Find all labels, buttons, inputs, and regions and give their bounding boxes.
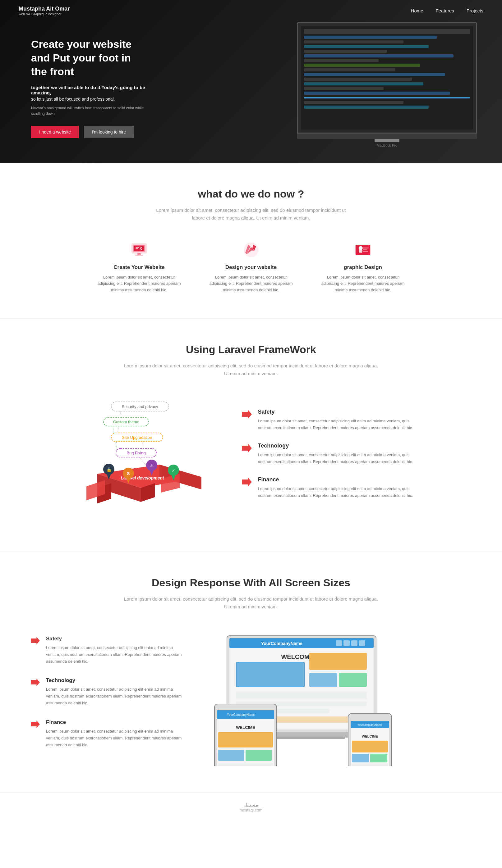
what-title: what do we do now ? bbox=[31, 188, 471, 200]
safety-text: Safety Lorem ipsum dolor sit amet, conse… bbox=[258, 409, 416, 431]
btn-looking-hire[interactable]: I'm looking to hire bbox=[84, 126, 134, 138]
finance-title: Finance bbox=[258, 476, 416, 483]
design-safety: Safety Lorem ipsum dolor sit amet, conse… bbox=[31, 636, 187, 665]
laptop-label: MacBook Pro bbox=[297, 144, 477, 147]
devices-svg: YourCompanyName WELCOM bbox=[211, 630, 404, 766]
device-mockups: YourCompanyName WELCOM bbox=[211, 630, 471, 767]
feature-safety: Safety Lorem ipsum dolor sit amet, conse… bbox=[242, 409, 416, 431]
card-create-website: Create Your Website Lorem ipsum dolor si… bbox=[96, 241, 183, 293]
svg-rect-81 bbox=[245, 750, 272, 761]
nav-links: Home Features Projects bbox=[411, 8, 483, 13]
svg-rect-68 bbox=[236, 692, 367, 699]
svg-rect-66 bbox=[309, 673, 337, 687]
tools-icon bbox=[242, 241, 260, 259]
svg-text:Security and privacy: Security and privacy bbox=[122, 404, 158, 409]
design-section: Design Response With All Screen Sizes Lo… bbox=[0, 552, 502, 792]
svg-text:WELCIME: WELCIME bbox=[236, 725, 255, 730]
brand-name: Mustapha Ait Omar bbox=[19, 6, 70, 12]
nav-features[interactable]: Features bbox=[436, 8, 454, 13]
svg-rect-15 bbox=[363, 251, 368, 252]
svg-rect-63 bbox=[236, 662, 305, 687]
navbar: Mustapha Ait Omar web && Graphique desig… bbox=[0, 0, 502, 21]
design-technology-text: Technology Lorem ipsum dolor sit amet, c… bbox=[46, 677, 187, 706]
svg-rect-92 bbox=[370, 754, 387, 762]
what-section: what do we do now ? Lorem ipsum dolor si… bbox=[0, 163, 502, 318]
design-technology-arrow bbox=[31, 678, 40, 706]
footer-domain: mostaqi.com bbox=[240, 808, 263, 813]
svg-marker-52 bbox=[31, 679, 40, 686]
design-finance-text: Finance Lorem ipsum dolor sit amet, cons… bbox=[46, 719, 187, 748]
safety-desc: Lorem ipsum dolor sit amet, consectetur … bbox=[258, 418, 416, 431]
technology-text: Technology Lorem ipsum dolor sit amet, c… bbox=[258, 443, 416, 465]
infographic-svg: Security and privacy Custom theme Site U… bbox=[87, 396, 211, 514]
footer-arabic: مستقل bbox=[240, 802, 263, 808]
svg-line-27 bbox=[139, 457, 147, 466]
svg-rect-60 bbox=[351, 640, 358, 646]
brand: Mustapha Ait Omar web && Graphique desig… bbox=[19, 6, 70, 16]
cards-row: Create Your Website Lorem ipsum dolor si… bbox=[31, 241, 471, 293]
hero-sub1: together we will be able to do it.Today'… bbox=[31, 85, 149, 95]
design-features-list: Safety Lorem ipsum dolor sit amet, conse… bbox=[31, 630, 187, 761]
design-technology-desc: Lorem ipsum dolor sit amet, consectetur … bbox=[46, 686, 187, 706]
svg-rect-90 bbox=[352, 741, 388, 753]
svg-point-11 bbox=[359, 246, 363, 250]
svg-rect-61 bbox=[359, 640, 365, 646]
monitor-icon bbox=[130, 241, 149, 259]
card-design-website: Design your website Lorem ipsum dolor si… bbox=[208, 241, 295, 293]
svg-text:YourCompanyName: YourCompanyName bbox=[261, 641, 302, 646]
laravel-infographic: Security and privacy Custom theme Site U… bbox=[87, 396, 217, 527]
btn-need-website[interactable]: I need a website bbox=[31, 126, 79, 138]
design-safety-desc: Lorem ipsum dolor sit amet, consectetur … bbox=[46, 644, 187, 665]
card2-desc: Lorem ipsum dolor sit amet, consectetur … bbox=[208, 274, 295, 293]
svg-rect-3 bbox=[134, 246, 144, 251]
technology-arrow-icon bbox=[242, 443, 252, 465]
design-content: Safety Lorem ipsum dolor sit amet, conse… bbox=[31, 630, 471, 767]
card1-desc: Lorem ipsum dolor sit amet, consectetur … bbox=[96, 274, 183, 293]
svg-rect-79 bbox=[218, 732, 273, 747]
svg-text:🔒: 🔒 bbox=[106, 467, 112, 472]
feature-finance: Finance Lorem ipsum dolor sit amet, cons… bbox=[242, 476, 416, 499]
svg-rect-93 bbox=[352, 764, 388, 766]
design-subtitle: Lorem ipsum dolor sit amet, consectetur … bbox=[124, 595, 379, 611]
svg-marker-49 bbox=[242, 444, 252, 453]
card-graphic-design: graphic Design Lorem ipsum dolor sit ame… bbox=[320, 241, 406, 293]
design-finance: Finance Lorem ipsum dolor sit amet, cons… bbox=[31, 719, 187, 748]
laravel-title: Using Laravel FrameWork bbox=[31, 343, 471, 355]
laravel-features: Safety Lorem ipsum dolor sit amet, conse… bbox=[242, 396, 416, 510]
brand-subtitle: web && Graphique designer bbox=[19, 12, 70, 16]
svg-rect-13 bbox=[363, 248, 369, 248]
svg-rect-82 bbox=[218, 763, 273, 766]
design-finance-desc: Lorem ipsum dolor sit amet, consectetur … bbox=[46, 728, 187, 748]
safety-arrow-icon bbox=[242, 409, 252, 431]
design-safety-arrow bbox=[31, 636, 40, 665]
laptop-mockup: MacBook Pro bbox=[297, 22, 477, 147]
design-safety-text: Safety Lorem ipsum dolor sit amet, conse… bbox=[46, 636, 187, 665]
svg-text:✓: ✓ bbox=[172, 468, 175, 473]
svg-text:⚠: ⚠ bbox=[150, 463, 153, 468]
svg-text:YourCompanyName: YourCompanyName bbox=[358, 723, 383, 726]
svg-text:Site Upgradation: Site Upgradation bbox=[122, 435, 152, 440]
hero-sub2: so let's just all be focused and profess… bbox=[31, 96, 149, 102]
nav-home[interactable]: Home bbox=[411, 8, 423, 13]
svg-rect-12 bbox=[359, 250, 362, 253]
nav-projects[interactable]: Projects bbox=[466, 8, 483, 13]
card1-title: Create Your Website bbox=[96, 264, 183, 270]
design-finance-title: Finance bbox=[46, 719, 187, 725]
safety-title: Safety bbox=[258, 409, 416, 415]
svg-marker-51 bbox=[31, 637, 40, 645]
card2-title: Design your website bbox=[208, 264, 295, 270]
finance-text: Finance Lorem ipsum dolor sit amet, cons… bbox=[258, 476, 416, 499]
svg-rect-7 bbox=[135, 255, 143, 256]
svg-text:Bug Fixing: Bug Fixing bbox=[127, 451, 145, 455]
what-subtitle: Lorem ipsum dolor sit amet, consectetur … bbox=[150, 206, 352, 222]
feature-technology: Technology Lorem ipsum dolor sit amet, c… bbox=[242, 443, 416, 465]
hero-title: Create your website and Put your foot in… bbox=[31, 37, 149, 79]
svg-rect-14 bbox=[363, 249, 367, 250]
card3-desc: Lorem ipsum dolor sit amet, consectetur … bbox=[320, 274, 406, 293]
finance-arrow-icon bbox=[242, 477, 252, 499]
design-technology-title: Technology bbox=[46, 677, 187, 683]
svg-text:Custom theme: Custom theme bbox=[113, 420, 139, 424]
svg-rect-67 bbox=[339, 673, 367, 687]
technology-title: Technology bbox=[258, 443, 416, 449]
design-title: Design Response With All Screen Sizes bbox=[31, 577, 471, 589]
